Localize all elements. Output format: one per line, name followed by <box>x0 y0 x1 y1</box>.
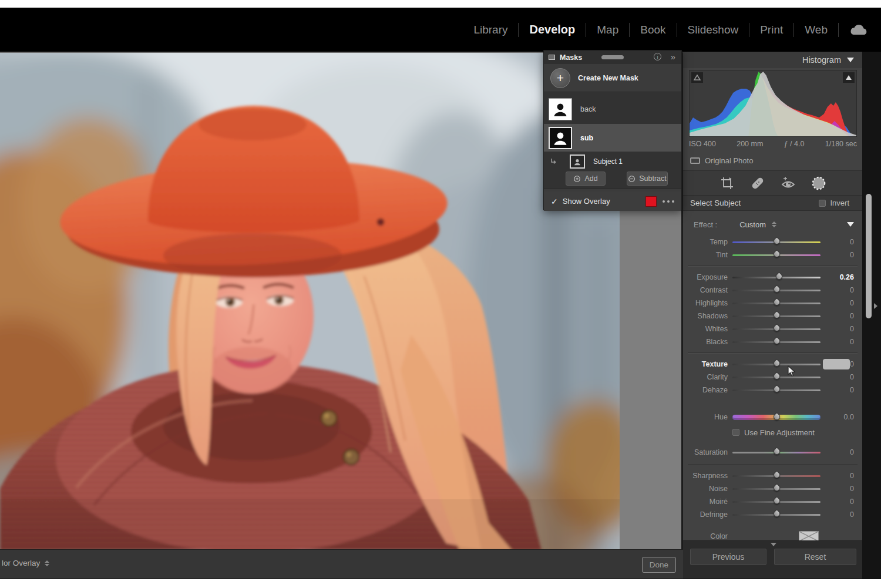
done-button[interactable]: Done <box>642 557 676 573</box>
slider-thumb[interactable] <box>772 385 781 394</box>
aperture-value: ƒ / 4.0 <box>784 140 805 148</box>
mask-thumbnail[interactable] <box>549 98 572 120</box>
previous-button[interactable]: Previous <box>690 549 766 565</box>
temp-slider-track[interactable] <box>732 241 821 243</box>
masking-tool-icon[interactable] <box>811 176 826 191</box>
subtract-mask-button[interactable]: Subtract <box>627 172 668 186</box>
slider-thumb[interactable] <box>772 447 781 456</box>
clarity-slider-track[interactable] <box>732 377 821 378</box>
cloud-sync-icon[interactable] <box>848 23 869 37</box>
slider-thumb[interactable] <box>772 471 781 480</box>
color-label: Color <box>683 532 732 540</box>
blacks-slider-track[interactable] <box>732 341 821 343</box>
slider-dehaze: Dehaze 0 <box>683 384 862 397</box>
slider-thumb[interactable] <box>772 324 781 333</box>
slider-thumb[interactable] <box>775 272 784 281</box>
slider-thumb[interactable] <box>772 372 781 381</box>
invert-toggle[interactable]: Invert <box>819 199 849 207</box>
effect-preset-dropdown[interactable]: Custom <box>739 220 766 229</box>
slider-thumb[interactable] <box>772 359 781 368</box>
nav-map[interactable]: Map <box>586 23 629 36</box>
create-new-mask-row[interactable]: + Create New Mask <box>544 64 681 92</box>
select-subject-label[interactable]: Select Subject <box>690 199 819 207</box>
nav-slideshow[interactable]: Slideshow <box>677 23 749 36</box>
plus-icon[interactable]: + <box>550 68 570 88</box>
slider-thumb[interactable] <box>772 509 781 519</box>
moire-slider-track[interactable] <box>732 501 821 503</box>
nav-web[interactable]: Web <box>794 23 838 36</box>
slider-thumb[interactable] <box>772 311 781 320</box>
highlights-slider-track[interactable] <box>732 303 821 304</box>
slider-thumb[interactable] <box>772 298 781 307</box>
redeye-tool-icon[interactable] <box>781 176 796 191</box>
add-mask-button[interactable]: Add <box>566 172 606 186</box>
drag-handle[interactable] <box>601 55 624 59</box>
mask-component-subject[interactable]: Subject 1 <box>544 153 681 170</box>
defringe-slider-track[interactable] <box>732 514 821 516</box>
show-overlay-label[interactable]: Show Overlay <box>563 197 645 206</box>
texture-slider-track[interactable] <box>732 364 821 365</box>
dehaze-slider-track[interactable] <box>732 389 821 391</box>
mouse-cursor <box>788 365 796 377</box>
fine-adjustment-toggle[interactable]: Use Fine Adjustment <box>683 425 862 440</box>
nav-book[interactable]: Book <box>630 23 676 36</box>
histogram-plot[interactable] <box>689 70 857 137</box>
slider-thumb[interactable] <box>772 496 781 506</box>
slider-thumb[interactable] <box>772 483 781 493</box>
panel-end-triangle-icon[interactable] <box>771 543 776 546</box>
reset-button[interactable]: Reset <box>774 549 856 565</box>
invert-checkbox[interactable] <box>819 200 826 207</box>
collapse-chevrons-icon[interactable]: » <box>671 52 675 62</box>
slider-thumb[interactable] <box>772 237 781 246</box>
fine-adjustment-checkbox[interactable] <box>732 429 739 436</box>
checkmark-icon[interactable]: ✓ <box>551 197 558 206</box>
saturation-slider-track[interactable] <box>732 452 821 453</box>
divider <box>688 266 858 267</box>
highlight-clipping-indicator[interactable] <box>843 72 855 83</box>
mask-item-back[interactable]: back <box>544 95 681 123</box>
slider-value: 0 <box>821 498 862 506</box>
contrast-slider-track[interactable] <box>732 290 821 291</box>
crop-tool-icon[interactable] <box>719 176 735 191</box>
slider-thumb[interactable] <box>772 250 781 259</box>
info-icon[interactable]: i <box>654 53 661 61</box>
collapse-triangle-icon[interactable] <box>847 58 854 62</box>
overlay-color-swatch[interactable] <box>645 196 657 207</box>
slider-thumb[interactable] <box>772 337 781 346</box>
exposure-slider-track[interactable] <box>732 277 821 278</box>
sharpness-slider-track[interactable] <box>732 475 821 477</box>
effect-label: Effect : <box>694 220 717 229</box>
masks-panel-header[interactable]: Masks i » <box>544 51 681 64</box>
slider-moire: Moiré 0 <box>683 495 862 508</box>
noise-slider-track[interactable] <box>732 488 821 490</box>
slider-label: Exposure <box>683 273 732 281</box>
shadows-slider-track[interactable] <box>732 315 821 317</box>
original-photo-toggle[interactable]: Original Photo <box>690 156 753 165</box>
mask-component-thumbnail[interactable] <box>570 154 585 169</box>
nav-print[interactable]: Print <box>749 23 793 36</box>
original-photo-label: Original Photo <box>705 156 753 165</box>
nav-develop[interactable]: Develop <box>519 23 586 36</box>
mask-item-sub-selected[interactable]: sub <box>544 124 681 152</box>
hue-slider-track[interactable] <box>732 415 821 420</box>
mask-thumbnail[interactable] <box>549 127 572 149</box>
panel-scrollbar[interactable] <box>866 194 872 318</box>
nav-library[interactable]: Library <box>463 23 518 36</box>
tint-slider-track[interactable] <box>732 254 821 256</box>
slider-exposure: Exposure 0.26 <box>683 271 862 284</box>
photo-viewport[interactable] <box>0 52 620 549</box>
slider-label: Saturation <box>683 448 732 456</box>
more-options-icon[interactable] <box>663 200 674 203</box>
shadow-clipping-indicator[interactable] <box>691 72 703 83</box>
panel-show-arrow-icon[interactable] <box>874 303 877 309</box>
overlay-mode-dropdown[interactable]: lor Overlay <box>2 559 49 567</box>
collapse-triangle-icon[interactable] <box>847 222 854 227</box>
whites-slider-track[interactable] <box>732 328 821 330</box>
histogram-panel-header[interactable]: Histogram <box>683 52 862 68</box>
slider-thumb[interactable] <box>772 412 781 422</box>
mask-component-label: Subject 1 <box>593 157 623 166</box>
healing-tool-icon[interactable] <box>750 176 765 191</box>
slider-thumb[interactable] <box>772 285 781 294</box>
panel-icon <box>549 55 555 60</box>
slider-value: 0 <box>821 299 862 307</box>
